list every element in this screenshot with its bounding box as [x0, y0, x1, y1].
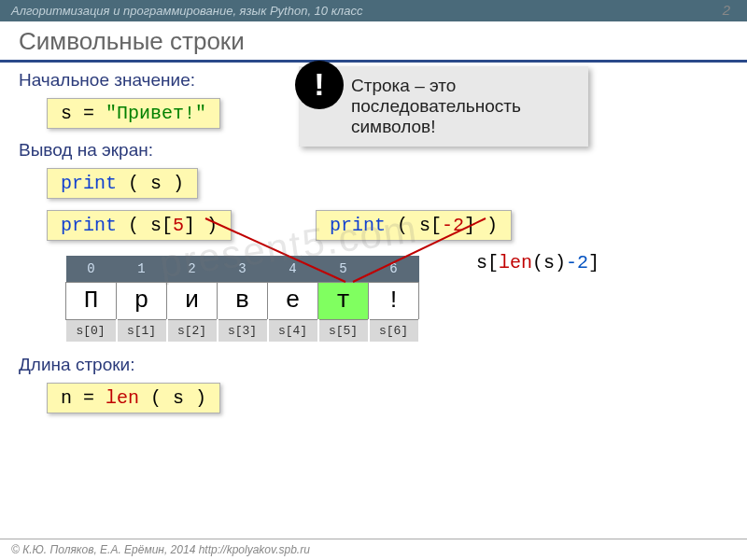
- print2-b: ( s[: [117, 215, 173, 236]
- len-lhs: n =: [61, 387, 106, 409]
- kw-print-2: print: [61, 215, 117, 236]
- ref-cell: s[3]: [218, 319, 268, 342]
- char-cell: П: [66, 282, 117, 319]
- callout-text: Строка – это последовательность символов…: [351, 76, 521, 136]
- slide-header: Алгоритмизация и программирование, язык …: [0, 0, 747, 21]
- ref-cell: s[4]: [268, 319, 318, 342]
- exclamation-icon: !: [295, 61, 344, 109]
- title-block: Символьные строки: [0, 21, 747, 63]
- assign-lhs: s =: [61, 103, 106, 124]
- kw-print-1: print: [61, 173, 117, 194]
- index-cell: 1: [117, 256, 167, 282]
- index-cell: 0: [66, 256, 117, 282]
- print3-idx: -2: [442, 215, 464, 236]
- index-cell: 4: [268, 256, 318, 282]
- code-print-neg2: print ( s[-2] ): [316, 210, 512, 241]
- code-print-s: print ( s ): [47, 168, 198, 199]
- index-cell: 5: [318, 256, 369, 282]
- char-cell: в: [218, 282, 268, 319]
- print3-b: ( s[: [386, 215, 442, 236]
- breadcrumb-text: Алгоритмизация и программирование, язык …: [11, 4, 362, 18]
- kw-print-3: print: [330, 215, 386, 236]
- page-title: Символьные строки: [19, 27, 728, 56]
- string-table: s[len(s)-2] 0123456 Привет! s[0]s[1]s[2]…: [65, 256, 728, 342]
- index-cell: 3: [218, 256, 268, 282]
- ref-cell: s[6]: [369, 319, 419, 342]
- label-length: Длина строки:: [19, 355, 728, 375]
- print2-idx: 5: [173, 215, 184, 236]
- ref-cell: s[5]: [318, 319, 369, 342]
- ref-cell: s[0]: [66, 319, 117, 342]
- char-cell: т: [318, 282, 369, 319]
- callout-box: ! Строка – это последовательность символ…: [299, 66, 588, 147]
- ref-cell: s[1]: [117, 319, 167, 342]
- content-area: Начальное значение: ! Строка – это после…: [0, 70, 747, 419]
- char-cell: р: [117, 282, 167, 319]
- char-cell: е: [268, 282, 318, 319]
- index-cell: 2: [167, 256, 218, 282]
- footer: © К.Ю. Поляков, Е.А. Ерёмин, 2014 http:/…: [0, 539, 747, 560]
- len-expression: s[len(s)-2]: [476, 252, 599, 273]
- code-assign: s = "Привет!": [47, 98, 220, 129]
- code-len: n = len ( s ): [47, 383, 220, 413]
- print2-c: ] ): [184, 215, 218, 236]
- page-number: 2: [723, 2, 730, 18]
- index-cell: 6: [369, 256, 419, 282]
- char-cell: и: [167, 282, 218, 319]
- print1-rest: ( s ): [117, 173, 184, 194]
- char-cell: !: [369, 282, 419, 319]
- code-print-idx5: print ( s[5] ): [47, 210, 232, 241]
- len-kw: len: [106, 387, 139, 409]
- index-table: 0123456 Привет! s[0]s[1]s[2]s[3]s[4]s[5]…: [65, 256, 420, 342]
- print3-c: ] ): [464, 215, 498, 236]
- ref-cell: s[2]: [167, 319, 218, 342]
- len-rest: ( s ): [139, 387, 206, 409]
- assign-string: "Привет!": [106, 103, 206, 124]
